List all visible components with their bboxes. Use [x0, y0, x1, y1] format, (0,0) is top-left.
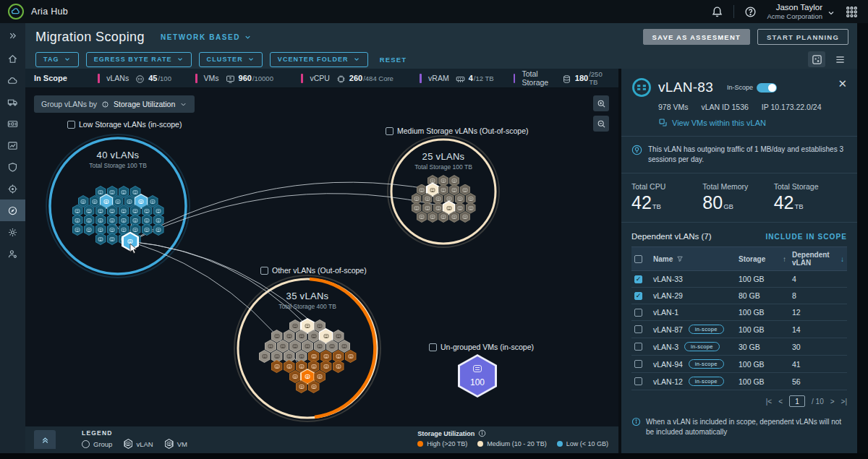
prev-page-button[interactable]: < — [778, 398, 783, 406]
vlan-glyph-icon — [98, 218, 103, 223]
list-view-toggle[interactable] — [831, 51, 848, 67]
vlan-glyph-icon — [122, 190, 127, 194]
current-page-input[interactable]: 1 — [789, 395, 805, 407]
filter-button-egress-byte-rate[interactable]: EGRESS BYTE RATE — [86, 52, 192, 67]
apps-icon[interactable] — [846, 6, 858, 18]
zoom-out-button[interactable] — [593, 116, 609, 132]
vlan-glyph-icon — [430, 188, 435, 192]
storage-legend-low: Low (< 10 GB) — [557, 440, 608, 447]
scoping-mode-dropdown[interactable]: NETWORK BASED — [161, 33, 252, 41]
home-icon — [7, 53, 18, 64]
in-scope-toggle[interactable] — [757, 83, 777, 93]
last-page-button[interactable]: >| — [841, 398, 847, 406]
user-org: Acme Corporation — [767, 12, 822, 21]
help-icon[interactable] — [744, 6, 757, 18]
dependent-count: 8 — [789, 288, 847, 304]
gear-icon — [7, 227, 18, 238]
vlan-glyph-icon — [299, 354, 304, 359]
column-header-name[interactable]: Name — [650, 247, 736, 271]
sidebar-item-expand[interactable] — [0, 23, 25, 48]
legend-bar: LEGEND GroupvLANVM Storage Utilization H… — [25, 426, 618, 453]
sidebar-item-dashboards[interactable] — [0, 134, 25, 156]
vlan-glyph-icon — [274, 354, 279, 359]
filter-button-vcenter-folder[interactable]: VCENTER FOLDER — [270, 52, 368, 67]
row-checkbox[interactable] — [634, 377, 642, 385]
filter-button-tag[interactable]: TAG — [35, 52, 79, 67]
vlan-glyph-icon — [122, 218, 127, 223]
user-menu[interactable]: Jason Taylor Acme Corporation — [767, 2, 835, 21]
checkbox[interactable] — [386, 127, 393, 135]
vlan-glyph-icon — [318, 344, 323, 348]
bubble-view-toggle[interactable] — [808, 51, 825, 67]
include-in-scope-button[interactable]: INCLUDE IN SCOPE — [765, 233, 847, 241]
sidebar-item-admin[interactable] — [0, 243, 25, 265]
start-planning-button[interactable]: START PLANNING — [757, 29, 848, 45]
zoom-out-icon — [597, 119, 606, 129]
vlan-name: vLAN-33 — [653, 275, 683, 283]
dependent-count: 41 — [789, 356, 847, 373]
vlan-glyph-icon — [420, 215, 425, 219]
row-checkbox[interactable] — [634, 343, 642, 351]
shield-icon — [7, 162, 18, 173]
vlan-glyph-icon — [122, 209, 127, 213]
chevron-down-icon — [247, 56, 255, 63]
bell-icon[interactable] — [711, 6, 723, 18]
vlan-glyph-icon — [323, 354, 328, 359]
column-header-storage[interactable]: Storage↑ — [736, 247, 789, 271]
checkbox[interactable] — [429, 343, 437, 351]
metric-total-cpu: Total CPU42TB — [631, 182, 702, 213]
save-as-assessment-button[interactable]: SAVE AS ASSESMENT — [643, 29, 750, 45]
view-vms-link[interactable]: View VMs within this vLAN — [658, 118, 847, 127]
group-checkbox-other: Other vLANs (Out-of-scope) — [260, 266, 367, 275]
sidebar-item-plan[interactable] — [0, 178, 25, 200]
table-row: vLAN-12in-scope100 GB56 — [631, 373, 847, 390]
scope-note: When a vLAN is included in scope, depend… — [646, 417, 847, 437]
vlan-glyph-icon — [420, 188, 425, 192]
reset-filters-button[interactable]: RESET — [380, 56, 407, 64]
sidebar-item-clouds[interactable] — [0, 69, 25, 91]
column-header-dependent-vlan[interactable]: Dependent vLAN↓ — [789, 247, 847, 271]
vlan-glyph-icon — [468, 197, 473, 201]
row-checkbox[interactable] — [634, 325, 642, 333]
aria-hub-logo-icon — [8, 4, 24, 20]
next-page-button[interactable]: > — [830, 398, 835, 406]
storage-value: 80 GB — [736, 288, 789, 304]
select-all-checkbox[interactable] — [634, 255, 642, 263]
vlan-glyph-icon — [139, 200, 144, 204]
group-circle-icon — [82, 440, 90, 448]
sidebar-item-migration[interactable] — [0, 91, 25, 113]
first-page-button[interactable]: |< — [766, 398, 772, 406]
sidebar-item-settings[interactable] — [0, 221, 25, 243]
sidebar-item-network-scoping[interactable] — [0, 200, 25, 221]
chevron-down-icon — [353, 56, 360, 63]
vlan-glyph-icon — [414, 197, 419, 201]
table-row: vLAN-87in-scope100 GB14 — [631, 321, 847, 338]
vlan-glyph-icon — [150, 200, 156, 204]
dependent-count: 56 — [789, 373, 847, 390]
filter-button-cluster[interactable]: CLUSTER — [199, 52, 263, 67]
vlan-glyph-icon — [446, 206, 451, 210]
vlan-glyph-icon — [430, 215, 435, 219]
group-checkbox-low: Low Storage vLANs (in-scope) — [67, 120, 182, 129]
list-view-icon — [835, 54, 846, 65]
vlan-glyph-icon — [430, 179, 435, 183]
sidebar-item-security[interactable] — [0, 156, 25, 178]
row-checkbox[interactable]: ✓ — [634, 292, 642, 300]
vlan-glyph-icon — [156, 209, 161, 213]
vlan-glyph-icon — [87, 218, 92, 223]
vlan-glyph-icon — [457, 197, 462, 201]
row-checkbox[interactable] — [634, 360, 642, 368]
checkbox[interactable] — [260, 267, 268, 275]
row-checkbox[interactable]: ✓ — [634, 275, 642, 283]
db-icon — [562, 74, 571, 84]
checkbox[interactable] — [67, 121, 75, 129]
legend-collapse-button[interactable] — [34, 430, 56, 449]
sidebar-item-cost[interactable] — [0, 113, 25, 134]
sidebar-item-home[interactable] — [0, 48, 25, 69]
group-vlans-by-dropdown[interactable]: Group vLANs byStorage Utilization — [34, 95, 195, 113]
vlan-bubble-canvas[interactable]: Low Storage vLANs (in-scope)40 vLANsTota… — [25, 88, 618, 426]
row-checkbox[interactable] — [634, 309, 642, 317]
zoom-in-button[interactable] — [593, 95, 609, 111]
vlan-glyph-icon — [318, 374, 323, 379]
close-icon[interactable]: ✕ — [838, 77, 847, 90]
